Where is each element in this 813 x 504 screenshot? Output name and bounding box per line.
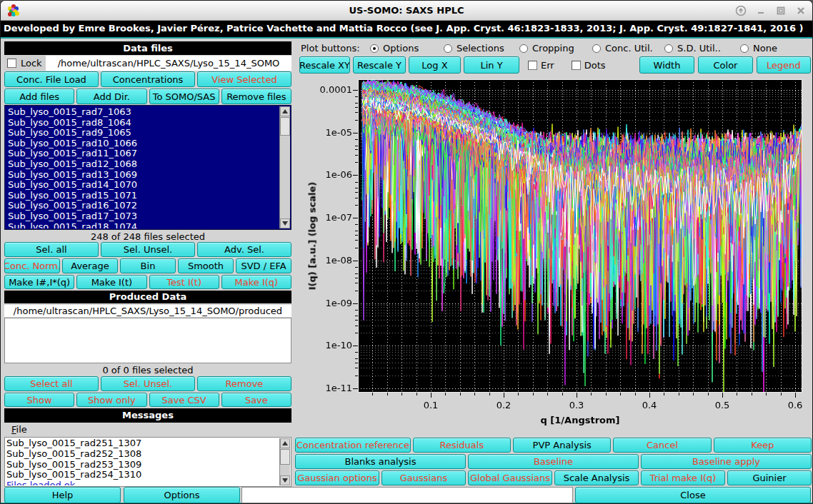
residuals-button[interactable]: Residuals	[413, 438, 511, 453]
blanks-analysis-button[interactable]: Blanks analysis	[295, 454, 466, 469]
close-button[interactable]	[794, 4, 808, 17]
to-somo-sas-button[interactable]: To SOMO/SAS	[149, 89, 219, 104]
add-files-button[interactable]: Add files	[4, 89, 74, 104]
cancel-button[interactable]: Cancel	[613, 438, 711, 453]
scroll-up-button[interactable]	[280, 438, 290, 448]
gaussians-button[interactable]: Gaussians	[381, 470, 466, 485]
show-button[interactable]: Show	[4, 393, 74, 407]
y-tick-label: 0.0001	[305, 84, 352, 95]
file-list-item[interactable]: Sub_lyso_0015_rad13_1069	[8, 170, 279, 181]
remove-files-button[interactable]: Remove files	[221, 89, 291, 104]
baseline-button[interactable]: Baseline	[468, 454, 639, 469]
log-x-button[interactable]: Log X	[409, 56, 461, 74]
title-bar[interactable]: US-SOMO: SAXS HPLC	[1, 1, 812, 21]
scroll-up-button[interactable]	[280, 106, 290, 116]
plot-canvas[interactable]	[299, 76, 812, 430]
guinier-button[interactable]: Guinier	[727, 470, 812, 485]
file-list-item[interactable]: Sub_lyso_0015_rad18_1074	[8, 222, 279, 228]
saxs-plot[interactable]: q [1/Angstrom] I(q) [a.u.] (log scale) 0…	[299, 76, 812, 431]
analysis-row-1: Concentration referenceResidualsPVP Anal…	[295, 438, 812, 453]
maximize-button[interactable]	[774, 4, 788, 17]
file-list[interactable]: Sub_lyso_0015_rad7_1063Sub_lyso_0015_rad…	[6, 106, 279, 228]
scrollbar-thumb[interactable]	[280, 449, 290, 465]
baseline-apply-button[interactable]: Baseline apply	[641, 454, 812, 469]
scroll-down-button[interactable]	[280, 218, 290, 228]
file-list-item[interactable]: Sub_lyso_0015_rad17_1073	[8, 211, 279, 222]
width-button[interactable]: Width	[639, 56, 694, 74]
checkbox-dots[interactable]: Dots	[572, 60, 606, 71]
x-tick-label: 0.5	[704, 400, 740, 410]
save-csv-button[interactable]: Save CSV	[149, 393, 219, 407]
options-button[interactable]: Options	[124, 487, 240, 503]
file-list-item[interactable]: Sub_lyso_0015_rad12_1068	[8, 159, 279, 170]
rescale-y-button[interactable]: Rescale Y	[353, 56, 406, 74]
concentration-reference-button[interactable]: Concentration reference	[295, 438, 411, 453]
pvp-analysis-button[interactable]: PVP Analysis	[513, 438, 611, 453]
radio-cropping[interactable]: Cropping	[519, 43, 574, 54]
sel-all-button[interactable]: Sel. all	[4, 242, 99, 257]
messages-scrollbar[interactable]	[279, 438, 290, 485]
file-list-item[interactable]: Sub_lyso_0015_rad16_1072	[8, 201, 279, 211]
average-button[interactable]: Average	[62, 258, 118, 273]
legend-button[interactable]: Legend	[757, 56, 811, 74]
conc-norm-button[interactable]: Conc. Norm.	[4, 258, 60, 273]
lin-y-button[interactable]: Lin Y	[464, 56, 519, 74]
file-list-item[interactable]: Sub_lyso_0015_rad9_1065	[8, 128, 279, 138]
smooth-button[interactable]: Smooth	[178, 258, 234, 273]
file-list-scrollbar[interactable]	[279, 106, 290, 228]
radio-s-d-util[interactable]: S.D. Util..	[664, 43, 721, 54]
trial-make-i-q-button[interactable]: Trial make I(q)	[641, 470, 725, 485]
make-i-t-button[interactable]: Make I(t)	[76, 275, 146, 289]
data-files-toolbar-1: Conc. File LoadConcentrationsView Select…	[4, 71, 291, 87]
global-gaussians-button[interactable]: Global Gaussians	[468, 470, 552, 485]
help-button[interactable]: Help	[4, 487, 121, 503]
view-selected-button[interactable]: View Selected	[197, 71, 291, 87]
bin-button[interactable]: Bin	[120, 258, 176, 273]
shade-button[interactable]	[734, 4, 748, 17]
color-button[interactable]: Color	[698, 56, 753, 74]
checkbox-icon	[528, 61, 537, 70]
file-list-item[interactable]: Sub_lyso_0015_rad14_1070	[8, 180, 279, 191]
file-list-item[interactable]: Sub_lyso_0015_rad15_1071	[8, 191, 279, 201]
file-list-item[interactable]: Sub_lyso_0015_rad7_1063	[8, 107, 279, 118]
concentrations-button[interactable]: Concentrations	[101, 71, 195, 87]
radio-conc-util[interactable]: Conc. Util.	[592, 43, 653, 54]
rescale-xy-button[interactable]: Rescale XY	[299, 56, 350, 74]
select-all-button[interactable]: Select all	[4, 376, 99, 391]
svd-efa-button[interactable]: SVD / EFA	[236, 258, 291, 273]
scale-analysis-button[interactable]: Scale Analysis	[554, 470, 639, 485]
show-only-button[interactable]: Show only	[76, 393, 146, 407]
test-i-t-button[interactable]: Test I(t)	[149, 275, 219, 289]
adv-sel-button[interactable]: Adv. Sel.	[197, 242, 291, 257]
radio-selections[interactable]: Selections	[444, 43, 504, 54]
minimize-button[interactable]	[754, 4, 768, 17]
checkbox-err[interactable]: Err	[528, 60, 554, 71]
sel-unsel-button[interactable]: Sel. Unsel.	[101, 376, 195, 391]
scrollbar-thumb[interactable]	[280, 117, 290, 136]
file-menu[interactable]: File	[4, 424, 36, 436]
radio-options[interactable]: Options	[370, 43, 419, 54]
produced-data-list[interactable]	[4, 318, 291, 363]
analysis-row-3: Gaussian optionsGaussiansGlobal Gaussian…	[295, 470, 812, 485]
add-dir-button[interactable]: Add Dir.	[76, 89, 146, 104]
triangle-down-icon	[282, 478, 288, 483]
conc-file-load-button[interactable]: Conc. File Load	[4, 71, 99, 87]
remove-button[interactable]: Remove	[197, 376, 291, 391]
messages-list[interactable]: Sub_lyso_0015_rad251_1307Sub_lyso_0015_r…	[6, 438, 279, 485]
file-list-item[interactable]: Sub_lyso_0015_rad11_1067	[8, 148, 279, 159]
messages-header: Messages	[4, 408, 291, 423]
keep-button[interactable]: Keep	[714, 438, 812, 453]
sel-unsel-button[interactable]: Sel. Unsel.	[101, 242, 195, 257]
gaussian-options-button[interactable]: Gaussian options	[295, 470, 379, 485]
make-i-q-button[interactable]: Make I(q)	[221, 275, 291, 289]
radio-none[interactable]: None	[740, 43, 777, 54]
save-button[interactable]: Save	[221, 393, 291, 407]
file-list-item[interactable]: Sub_lyso_0015_rad8_1064	[8, 118, 279, 128]
message-line: Sub_lyso_0015_rad252_1308	[6, 449, 279, 460]
close-button-main[interactable]: Close	[575, 487, 811, 503]
lock-checkbox[interactable]	[7, 59, 16, 68]
make-i-i-q-button[interactable]: Make I#,I*(q)	[4, 275, 74, 289]
file-list-item[interactable]: Sub_lyso_0015_rad10_1066	[8, 138, 279, 149]
scroll-down-button[interactable]	[280, 475, 290, 485]
messages-box: Sub_lyso_0015_rad251_1307Sub_lyso_0015_r…	[4, 437, 291, 487]
